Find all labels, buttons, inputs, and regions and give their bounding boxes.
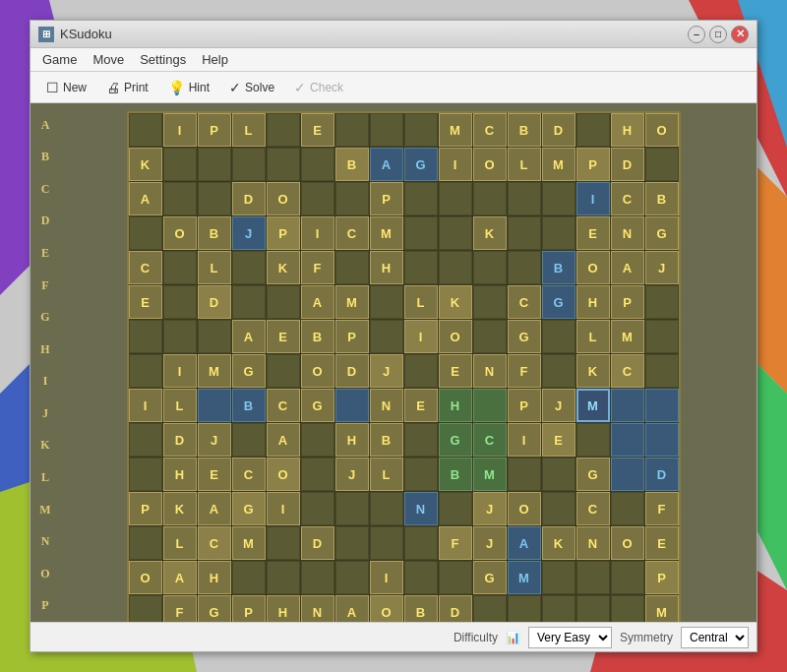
table-row[interactable] — [473, 595, 507, 622]
table-row[interactable]: H — [335, 423, 369, 457]
table-row[interactable] — [508, 251, 541, 284]
table-row[interactable]: B — [439, 458, 472, 491]
table-row[interactable] — [542, 458, 575, 491]
table-row[interactable]: P — [645, 561, 679, 594]
table-row[interactable]: C — [267, 389, 300, 422]
table-row[interactable]: O — [267, 182, 300, 215]
table-row[interactable]: D — [163, 423, 197, 457]
table-row[interactable] — [301, 423, 334, 457]
table-row[interactable]: O — [267, 458, 300, 491]
table-row[interactable]: L — [508, 148, 541, 181]
table-row[interactable]: N — [370, 389, 403, 422]
table-row[interactable]: G — [198, 595, 231, 622]
table-row[interactable] — [508, 216, 541, 250]
table-row[interactable] — [335, 182, 369, 215]
table-row[interactable]: C — [335, 216, 369, 250]
table-row[interactable]: M — [508, 561, 541, 594]
table-row[interactable] — [611, 561, 644, 594]
table-row[interactable] — [335, 492, 369, 525]
table-row[interactable]: G — [301, 389, 334, 422]
table-row[interactable]: D — [301, 526, 334, 560]
table-row[interactable]: I — [267, 492, 300, 525]
table-row[interactable] — [232, 148, 266, 181]
menu-help[interactable]: Help — [194, 50, 236, 69]
table-row[interactable]: E — [404, 389, 438, 422]
table-row[interactable]: D — [198, 285, 231, 319]
table-row[interactable]: E — [439, 354, 472, 388]
table-row[interactable]: A — [267, 423, 300, 457]
table-row[interactable] — [267, 354, 300, 388]
table-row[interactable] — [508, 458, 541, 491]
table-row[interactable] — [645, 320, 679, 353]
table-row[interactable]: I — [163, 113, 197, 147]
table-row[interactable] — [198, 389, 231, 422]
hint-button[interactable]: 💡 Hint — [160, 77, 217, 98]
table-row[interactable]: K — [576, 354, 610, 388]
table-row[interactable]: P — [508, 389, 541, 422]
table-row[interactable]: A — [611, 251, 644, 284]
table-row[interactable] — [370, 320, 403, 353]
table-row[interactable] — [129, 113, 162, 147]
table-row[interactable]: F — [439, 526, 472, 560]
table-row[interactable]: A — [301, 285, 334, 319]
table-row[interactable] — [542, 595, 575, 622]
table-row[interactable]: M — [232, 526, 266, 560]
table-row[interactable]: C — [198, 526, 231, 560]
table-row[interactable] — [645, 423, 679, 457]
table-row[interactable] — [267, 561, 300, 594]
table-row[interactable] — [404, 423, 438, 457]
table-row[interactable]: B — [370, 423, 403, 457]
table-row[interactable]: B — [335, 148, 369, 181]
table-row[interactable]: G — [404, 148, 438, 181]
table-row[interactable]: O — [370, 595, 403, 622]
table-row[interactable] — [645, 389, 679, 422]
table-row[interactable]: C — [611, 354, 644, 388]
table-row[interactable]: J — [198, 423, 231, 457]
print-button[interactable]: 🖨 Print — [98, 77, 156, 98]
table-row[interactable] — [267, 526, 300, 560]
table-row[interactable] — [439, 251, 472, 284]
table-row[interactable] — [611, 458, 644, 491]
table-row[interactable]: D — [611, 148, 644, 181]
table-row[interactable]: N — [611, 216, 644, 250]
table-row[interactable]: F — [301, 251, 334, 284]
table-row[interactable]: B — [198, 216, 231, 250]
table-row[interactable] — [198, 320, 231, 353]
table-row[interactable]: M — [335, 285, 369, 319]
table-row[interactable] — [645, 354, 679, 388]
table-row[interactable]: J — [473, 492, 507, 525]
menu-move[interactable]: Move — [85, 50, 132, 69]
table-row[interactable]: A — [370, 148, 403, 181]
table-row[interactable]: M — [198, 354, 231, 388]
table-row[interactable] — [542, 182, 575, 215]
table-row[interactable]: K — [267, 251, 300, 284]
table-row[interactable]: J — [473, 526, 507, 560]
table-row[interactable]: N — [301, 595, 334, 622]
table-row[interactable]: M — [576, 389, 610, 422]
table-row[interactable]: D — [645, 458, 679, 491]
table-row[interactable] — [439, 561, 472, 594]
table-row[interactable]: O — [439, 320, 472, 353]
table-row[interactable] — [611, 492, 644, 525]
table-row[interactable] — [542, 320, 575, 353]
table-row[interactable] — [576, 113, 610, 147]
table-row[interactable] — [404, 216, 438, 250]
table-row[interactable]: F — [163, 595, 197, 622]
table-row[interactable]: H — [163, 458, 197, 491]
table-row[interactable]: H — [611, 113, 644, 147]
table-row[interactable] — [473, 251, 507, 284]
table-row[interactable]: E — [645, 526, 679, 560]
table-row[interactable]: P — [576, 148, 610, 181]
table-row[interactable] — [129, 423, 162, 457]
table-row[interactable] — [576, 423, 610, 457]
table-row[interactable] — [129, 216, 162, 250]
table-row[interactable] — [542, 561, 575, 594]
table-row[interactable]: I — [129, 389, 162, 422]
table-row[interactable]: F — [645, 492, 679, 525]
table-row[interactable]: I — [576, 182, 610, 215]
table-row[interactable] — [335, 113, 369, 147]
table-row[interactable] — [439, 216, 472, 250]
table-row[interactable]: G — [576, 458, 610, 491]
table-row[interactable]: O — [645, 113, 679, 147]
table-row[interactable]: H — [370, 251, 403, 284]
